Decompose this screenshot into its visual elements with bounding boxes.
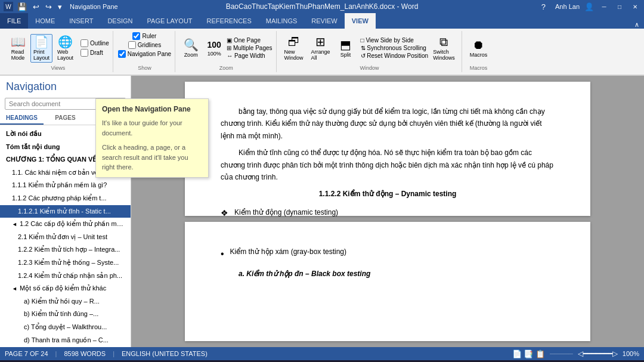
- zoom-label: Zoom: [184, 52, 198, 58]
- arrange-all-btn[interactable]: ⊞ ArrangeAll: [308, 34, 333, 63]
- read-mode-label: ReadMode: [11, 49, 25, 61]
- multiple-pages-btn[interactable]: ⊞ Multiple Pages: [227, 45, 272, 51]
- nav-item-1-1-1[interactable]: 1.1.1 Kiểm thử phần mềm là gì?: [0, 179, 131, 192]
- doc-para-1: bằng tay, thông qua việc sử dụng giấy bú…: [221, 106, 555, 142]
- tab-file[interactable]: FILE: [0, 13, 28, 29]
- nav-tab-headings[interactable]: HEADINGS: [0, 112, 44, 125]
- web-layout-btn[interactable]: 🌐 WebLayout: [54, 34, 76, 63]
- tooltip-text1: It's like a tour guide for your document…: [102, 118, 202, 138]
- doc-page-1: bằng tay, thông qua việc sử dụng giấy bú…: [185, 82, 590, 216]
- new-window-label: NewWindow: [284, 49, 304, 61]
- gridlines-check[interactable]: Gridlines: [128, 41, 161, 49]
- tab-mailings[interactable]: MAILINGS: [259, 13, 305, 29]
- macros-label: Macros: [470, 52, 488, 58]
- draft-checkbox[interactable]: [80, 49, 88, 57]
- zoom-icon: 🔍: [184, 39, 199, 51]
- zoom-100-btn[interactable]: 100 100%: [203, 38, 225, 58]
- title-bar-left: W 💾 ↩ ↪ ▾ Navigation Pane: [4, 2, 118, 11]
- tab-insert[interactable]: INSERT: [62, 13, 100, 29]
- document-title: BaoCaoThucTapKiemThuPhanMem_LanAnhK6.doc…: [226, 2, 419, 11]
- title-bar-right: ? Anh Lan 👤 ─ □ ✕: [541, 2, 640, 11]
- minimize-btn[interactable]: ─: [599, 2, 609, 11]
- views-group-label: Views: [7, 64, 109, 71]
- nav-pane-check[interactable]: Navigation Pane: [118, 50, 171, 58]
- navigation-pane-tooltip: Open the Navigation Pane It's like a tou…: [95, 98, 209, 178]
- ribbon-group-macros: ⏺ Macros Macros: [463, 31, 494, 72]
- web-layout-label: WebLayout: [57, 49, 73, 61]
- status-right: 📄 📑 📋 ───── ◁━━━━━━━▷ 100%: [512, 349, 639, 358]
- undo-qa-btn[interactable]: ↩: [31, 2, 41, 11]
- ruler-check[interactable]: Ruler: [132, 32, 156, 40]
- zoom-btn[interactable]: 🔍 Zoom: [180, 37, 202, 60]
- switch-windows-btn[interactable]: ⧉ SwitchWindows: [430, 34, 458, 63]
- ruler-checkbox[interactable]: [132, 32, 140, 40]
- help-btn[interactable]: ?: [541, 2, 546, 11]
- tab-references[interactable]: REFERENCES: [200, 13, 259, 29]
- diamond-icon-1: ❖: [221, 206, 228, 221]
- nav-item-1-2[interactable]: ◄1.2 Các cấp độ kiểm thử phần mềm: [0, 218, 131, 231]
- status-language: ENGLISH (UNITED STATES): [122, 350, 208, 357]
- doc-bullet-gray: • Kiểm thử hộp xám (gray-box testing): [221, 246, 555, 262]
- print-layout-btn[interactable]: 📄 PrintLayout: [30, 34, 52, 63]
- nav-item-1-1-2-1[interactable]: 1.1.2.1 Kiểm thử tĩnh - Static t...: [0, 205, 131, 218]
- switch-windows-icon: ⧉: [439, 36, 448, 48]
- doc-para-2: Kiểm thử tĩnh cũng có thể được tự động h…: [221, 147, 555, 183]
- zoom-buttons: 🔍 Zoom 100 100% ▣ One Page ⊞ Multiple Pa…: [180, 32, 272, 64]
- save-qa-btn[interactable]: 💾: [16, 2, 29, 11]
- nav-item-1-2-2[interactable]: 1.2.2 Kiểm thử tích hợp – Integra...: [0, 243, 131, 256]
- doc-heading-dynamic: 1.1.2.2 Kiểm thử động – Dynamic testing: [221, 188, 555, 200]
- nav-item-1-3[interactable]: 1.3. Nguyên tắc kiểm thử phần mềm: [0, 346, 131, 347]
- tooltip-title: Open the Navigation Pane: [102, 104, 202, 115]
- macros-btn[interactable]: ⏺ Macros: [467, 37, 491, 60]
- ribbon-group-show: Ruler Gridlines Navigation Pane Show: [114, 31, 175, 72]
- one-page-btn[interactable]: ▣ One Page: [227, 37, 272, 44]
- nav-item-2-1[interactable]: 2.1 Kiểm thử đơn vị – Unit test: [0, 231, 131, 244]
- doc-bullet-text-gray: Kiểm thử hộp xám (gray-box testing): [230, 246, 346, 258]
- status-page: PAGE 7 OF 24: [5, 350, 48, 357]
- zoom-group-label: Zoom: [180, 64, 272, 71]
- web-layout-icon: 🌐: [58, 36, 73, 48]
- nav-item-c[interactable]: c) Tổng duyệt – Walkthrou...: [0, 321, 131, 334]
- maximize-btn[interactable]: □: [614, 2, 625, 11]
- doc-page-2: • Kiểm thử hộp xám (gray-box testing) a.…: [185, 222, 590, 341]
- new-window-btn[interactable]: 🗗 NewWindow: [281, 34, 306, 63]
- views-buttons: 📖 ReadMode 📄 PrintLayout 🌐 WebLayout Out…: [7, 32, 109, 64]
- zoom-slider[interactable]: ◁━━━━━━━▷: [578, 349, 618, 358]
- gridlines-checkbox[interactable]: [128, 41, 136, 49]
- read-mode-btn[interactable]: 📖 ReadMode: [7, 34, 29, 63]
- window-checks: □ View Side by Side ⇅ Synchronous Scroll…: [358, 37, 429, 59]
- split-label: Split: [340, 52, 351, 58]
- nav-item-d[interactable]: d) Thanh tra mã nguồn – C...: [0, 334, 131, 347]
- nav-item-b[interactable]: b) Kiểm thử tính đúng –...: [0, 308, 131, 321]
- sync-scroll-check[interactable]: ⇅ Synchronous Scrolling: [361, 45, 429, 51]
- outline-checkbox[interactable]: [80, 39, 88, 47]
- zoom-100-label: 100%: [208, 51, 221, 57]
- qa-dropdown[interactable]: ▾: [56, 2, 64, 11]
- nav-item-1-2-3[interactable]: 1.2.3 Kiểm thử hệ thống – Syste...: [0, 256, 131, 270]
- tab-design[interactable]: DESIGN: [100, 13, 140, 29]
- nav-item-1-2-4[interactable]: 1.2.4 Kiểm thử chấp nhận sản ph...: [0, 270, 131, 283]
- side-by-side-check[interactable]: □ View Side by Side: [361, 37, 429, 44]
- page-width-btn[interactable]: ↔ Page Width: [227, 52, 272, 59]
- ribbon: FILE HOME INSERT DESIGN PAGE LAYOUT REFE…: [0, 13, 644, 76]
- tab-review[interactable]: REVIEW: [304, 13, 344, 29]
- bullet-icon-gray: •: [221, 246, 224, 262]
- split-btn[interactable]: ⬒ Split: [335, 37, 357, 60]
- collapse-ribbon-btn[interactable]: ∧: [630, 21, 644, 29]
- redo-qa-btn[interactable]: ↪: [44, 2, 54, 11]
- close-btn[interactable]: ✕: [630, 2, 640, 11]
- tab-home[interactable]: HOME: [28, 13, 62, 29]
- nav-tab-pages[interactable]: PAGES: [44, 112, 87, 125]
- nav-item-1-1-2[interactable]: 1.1.2 Các phương pháp kiểm t...: [0, 192, 131, 205]
- tab-view[interactable]: VIEW: [345, 13, 376, 29]
- outline-check[interactable]: Outline: [80, 39, 109, 47]
- draft-check[interactable]: Draft: [80, 49, 109, 57]
- user-icon: 👤: [584, 2, 594, 11]
- title-bar: W 💾 ↩ ↪ ▾ Navigation Pane BaoCaoThucTapK…: [0, 0, 644, 13]
- reset-pos-check[interactable]: ↺ Reset Window Position: [361, 52, 429, 59]
- zoom-options: ▣ One Page ⊞ Multiple Pages ↔ Page Width: [227, 37, 272, 59]
- nav-item-a[interactable]: a) Kiểm thử hồi quy – R...: [0, 295, 131, 308]
- nav-item-mot-so-cap[interactable]: ◄Một số cấp độ kiểm thử khác: [0, 282, 131, 295]
- nav-pane-checkbox[interactable]: [118, 50, 126, 58]
- tab-page-layout[interactable]: PAGE LAYOUT: [140, 13, 200, 29]
